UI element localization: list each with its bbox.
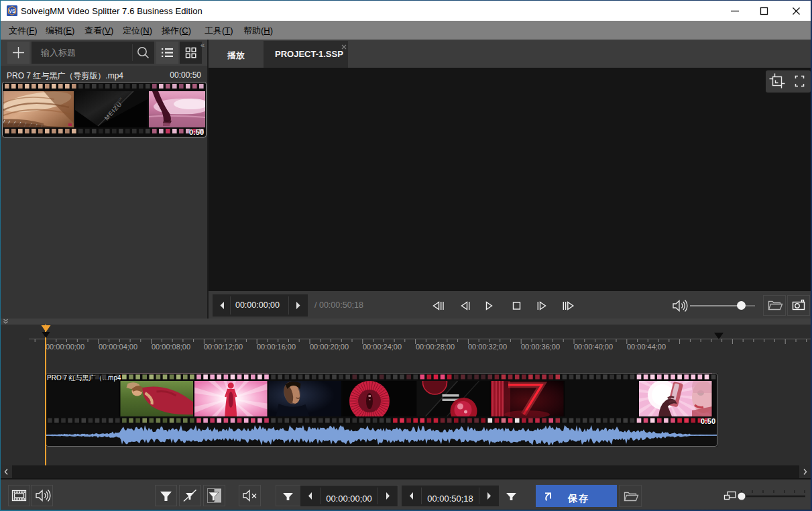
svg-text:VS: VS <box>9 8 15 14</box>
